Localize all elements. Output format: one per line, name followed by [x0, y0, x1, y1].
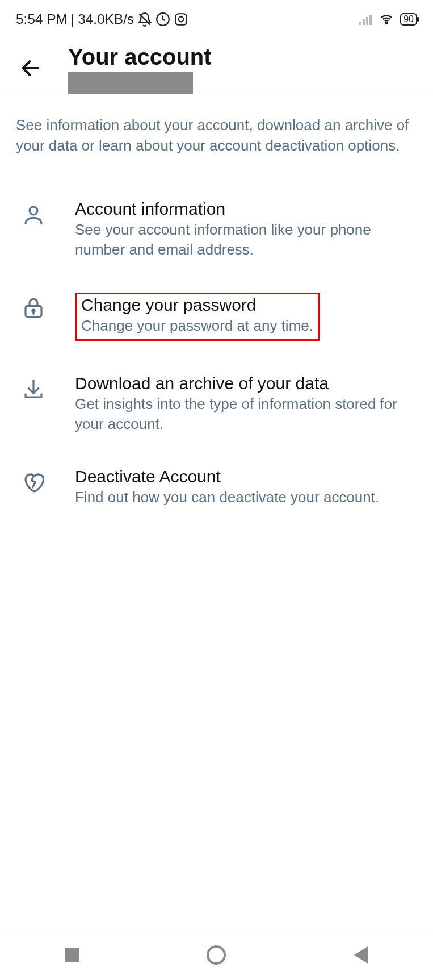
menu-item-download-archive[interactable]: Download an archive of your data Get ins… — [16, 364, 417, 457]
menu-text: Download an archive of your data Get ins… — [75, 374, 417, 434]
battery-pct: 90 — [403, 14, 414, 24]
svg-rect-7 — [369, 15, 372, 25]
battery-icon: 90 — [400, 13, 417, 26]
menu-item-title: Change your password — [81, 295, 313, 315]
square-icon — [65, 948, 79, 962]
status-left: 5:54 PM | 34.0KB/s — [16, 11, 188, 27]
svg-point-10 — [30, 207, 37, 215]
download-icon — [16, 374, 51, 401]
menu-item-title: Download an archive of your data — [75, 374, 417, 393]
person-icon — [16, 199, 51, 227]
menu-list: Account information See your account inf… — [16, 189, 417, 531]
circle-icon — [207, 945, 226, 965]
page-title: Your account — [68, 44, 212, 70]
menu-item-account-info[interactable]: Account information See your account inf… — [16, 189, 417, 282]
content-area: See information about your account, down… — [0, 95, 433, 530]
nav-home-button[interactable] — [199, 938, 233, 972]
svg-rect-6 — [366, 17, 368, 25]
menu-text: Deactivate Account Find out how you can … — [75, 467, 417, 507]
svg-rect-5 — [363, 19, 365, 25]
redacted-username — [68, 72, 193, 94]
nav-back-button[interactable] — [344, 938, 378, 972]
arrow-left-icon — [19, 57, 42, 80]
menu-item-deactivate[interactable]: Deactivate Account Find out how you can … — [16, 457, 417, 530]
svg-point-3 — [179, 17, 184, 22]
svg-point-8 — [386, 22, 388, 24]
status-sep: | — [71, 11, 74, 27]
menu-text: Account information See your account inf… — [75, 199, 417, 260]
menu-item-subtitle: Change your password at any time. — [81, 316, 313, 336]
intro-text: See information about your account, down… — [16, 115, 417, 156]
lock-icon — [16, 293, 51, 320]
app-header: Your account — [0, 34, 433, 95]
instagram-icon — [174, 12, 188, 27]
svg-rect-4 — [359, 22, 361, 25]
broken-heart-icon — [16, 467, 51, 494]
triangle-icon — [354, 946, 368, 964]
cellular-signal-icon — [359, 14, 373, 25]
menu-item-title: Deactivate Account — [75, 467, 417, 486]
back-button[interactable] — [16, 53, 45, 83]
menu-item-subtitle: Get insights into the type of informatio… — [75, 394, 417, 434]
android-nav-bar — [0, 929, 433, 980]
menu-item-title: Account information — [75, 199, 417, 219]
nav-recent-button[interactable] — [55, 938, 89, 972]
status-bar: 5:54 PM | 34.0KB/s — [0, 0, 433, 34]
menu-item-subtitle: Find out how you can deactivate your acc… — [75, 487, 417, 507]
status-right: 90 — [359, 13, 417, 26]
notifications-off-icon — [137, 12, 152, 27]
menu-item-subtitle: See your account information like your p… — [75, 220, 417, 260]
status-time: 5:54 PM — [16, 11, 68, 27]
menu-item-change-password[interactable]: Change your password Change your passwor… — [16, 282, 417, 364]
highlight-annotation: Change your password Change your passwor… — [75, 293, 320, 341]
whatsapp-icon — [155, 12, 170, 27]
title-block: Your account — [68, 44, 212, 94]
status-net-speed: 34.0KB/s — [78, 11, 134, 27]
svg-rect-2 — [175, 14, 187, 25]
wifi-icon — [379, 13, 394, 26]
menu-text: Change your password Change your passwor… — [75, 293, 417, 341]
